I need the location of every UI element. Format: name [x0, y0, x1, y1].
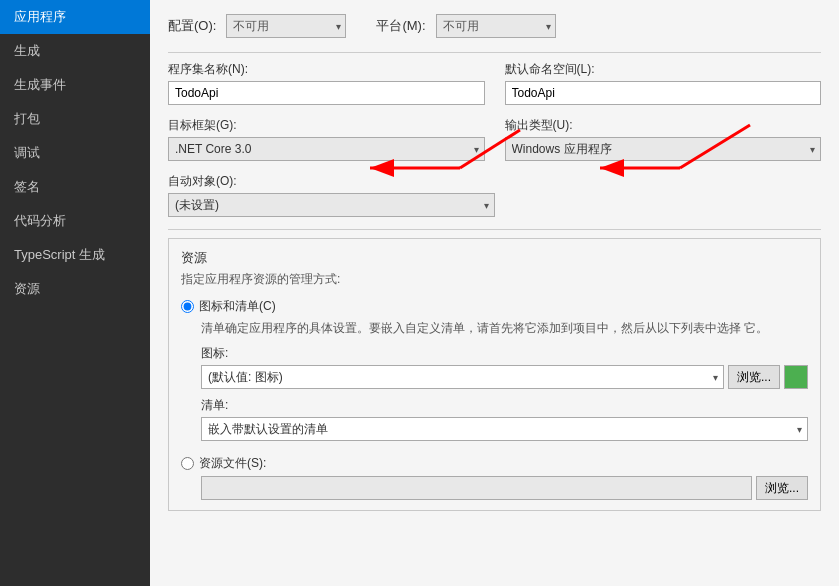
config-select-wrapper: 不可用 [226, 14, 346, 38]
group-assembly-name: 程序集名称(N): [168, 61, 485, 105]
group-target-framework: 目标框架(G): .NET Core 3.0 [168, 117, 485, 161]
resources-section: 资源 指定应用程序资源的管理方式: 图标和清单(C) 清单确定应用程序的具体设置… [168, 238, 821, 511]
auto-target-label: 自动对象(O): [168, 173, 821, 190]
icon-manifest-desc1: 清单确定应用程序的具体设置。要嵌入自定义清单，请首先将它添加到项目中，然后从以下… [201, 321, 741, 335]
top-bar: 配置(O): 不可用 平台(M): 不可用 [168, 14, 821, 38]
target-framework-select[interactable]: .NET Core 3.0 [168, 137, 485, 161]
radio-icon-manifest[interactable] [181, 300, 194, 313]
main-content: 配置(O): 不可用 平台(M): 不可用 程序集名称(N): 默认命名空间(L… [150, 0, 839, 586]
default-namespace-label: 默认命名空间(L): [505, 61, 822, 78]
radio-icon-manifest-group: 图标和清单(C) 清单确定应用程序的具体设置。要嵌入自定义清单，请首先将它添加到… [181, 298, 808, 441]
sidebar-item-typescript[interactable]: TypeScript 生成 [0, 238, 150, 272]
resource-file-row: 浏览... [201, 476, 808, 500]
divider-1 [168, 52, 821, 53]
resource-file-browse-button[interactable]: 浏览... [756, 476, 808, 500]
platform-select[interactable]: 不可用 [436, 14, 556, 38]
resource-file-input[interactable] [201, 476, 752, 500]
sidebar-item-app[interactable]: 应用程序 [0, 0, 150, 34]
radio-resource-file-label[interactable]: 资源文件(S): [181, 455, 808, 472]
group-default-namespace: 默认命名空间(L): [505, 61, 822, 105]
sidebar-item-resources[interactable]: 资源 [0, 272, 150, 306]
sidebar: 应用程序 生成 生成事件 打包 调试 签名 代码分析 TypeScript 生成… [0, 0, 150, 586]
resources-title: 资源 [181, 249, 808, 267]
divider-2 [168, 229, 821, 230]
default-namespace-input[interactable] [505, 81, 822, 105]
group-output-type: 输出类型(U): Windows 应用程序 [505, 117, 822, 161]
platform-label: 平台(M): [376, 17, 425, 35]
manifest-select[interactable]: 嵌入带默认设置的清单 [201, 417, 808, 441]
manifest-row: 清单: 嵌入带默认设置的清单 [201, 397, 808, 441]
output-type-label: 输出类型(U): [505, 117, 822, 134]
icon-browse-button[interactable]: 浏览... [728, 365, 780, 389]
resources-desc: 指定应用程序资源的管理方式: [181, 271, 808, 288]
radio-group: 图标和清单(C) 清单确定应用程序的具体设置。要嵌入自定义清单，请首先将它添加到… [181, 298, 808, 500]
manifest-label: 清单: [201, 397, 808, 414]
sidebar-item-sign[interactable]: 签名 [0, 170, 150, 204]
icon-manifest-desc2: 它。 [744, 321, 768, 335]
config-select[interactable]: 不可用 [226, 14, 346, 38]
row-auto-target: 自动对象(O): (未设置) [168, 173, 821, 217]
sidebar-item-code-analysis[interactable]: 代码分析 [0, 204, 150, 238]
icon-color-button[interactable] [784, 365, 808, 389]
sidebar-item-debug[interactable]: 调试 [0, 136, 150, 170]
manifest-select-wrapper: 嵌入带默认设置的清单 [201, 417, 808, 441]
sidebar-item-build[interactable]: 生成 [0, 34, 150, 68]
config-label: 配置(O): [168, 17, 216, 35]
row-framework-output: 目标框架(G): .NET Core 3.0 输出类型(U): Windows … [168, 117, 821, 161]
radio-icon-manifest-label[interactable]: 图标和清单(C) [181, 298, 808, 315]
assembly-name-input[interactable] [168, 81, 485, 105]
icon-label: 图标: [201, 345, 808, 362]
assembly-name-label: 程序集名称(N): [168, 61, 485, 78]
sidebar-item-package[interactable]: 打包 [0, 102, 150, 136]
sidebar-item-build-events[interactable]: 生成事件 [0, 68, 150, 102]
output-type-select-wrapper: Windows 应用程序 [505, 137, 822, 161]
platform-select-wrapper: 不可用 [436, 14, 556, 38]
auto-target-select-wrapper: (未设置) [168, 193, 495, 217]
icon-select[interactable]: (默认值: 图标) [201, 365, 724, 389]
icon-input-row: (默认值: 图标) 浏览... [201, 365, 808, 389]
output-type-select[interactable]: Windows 应用程序 [505, 137, 822, 161]
radio-resource-file[interactable] [181, 457, 194, 470]
auto-target-select[interactable]: (未设置) [168, 193, 495, 217]
target-framework-select-wrapper: .NET Core 3.0 [168, 137, 485, 161]
row-assembly-namespace: 程序集名称(N): 默认命名空间(L): [168, 61, 821, 105]
resource-file-input-row: 浏览... [201, 476, 808, 500]
icon-select-wrapper: (默认值: 图标) [201, 365, 724, 389]
icon-row: 图标: (默认值: 图标) 浏览... [201, 345, 808, 389]
radio-resource-file-group: 资源文件(S): 浏览... [181, 455, 808, 500]
target-framework-label: 目标框架(G): [168, 117, 485, 134]
